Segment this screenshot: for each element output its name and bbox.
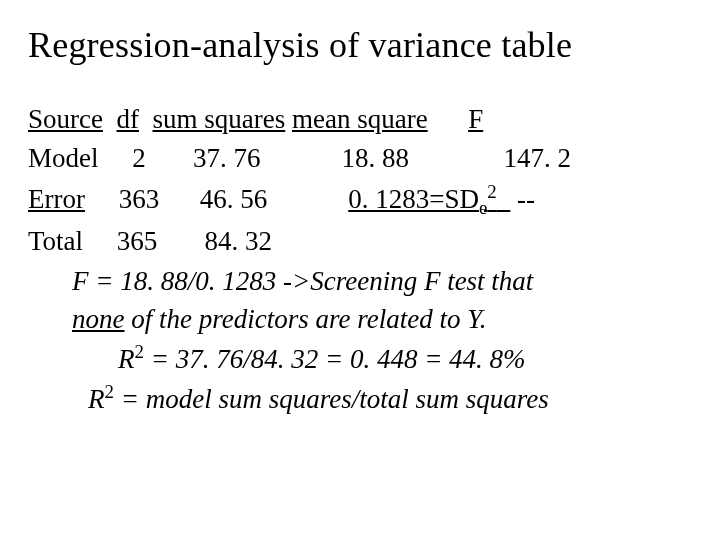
cell-f: 147. 2 [504,143,572,173]
explain-line-1: F = 18. 88/0. 1283 ->Screening F test th… [28,263,692,301]
table-row-total: Total 365 84. 32 [28,222,692,261]
table-row-error: Error 363 46. 56 0. 1283=SDe2 -- [28,178,692,222]
col-f: F [468,104,483,134]
cell-label: Total [28,226,83,256]
cell-ms: 18. 88 [342,143,410,173]
col-source: Source [28,104,103,134]
col-ms: mean square [292,104,428,134]
cell-ss: 37. 76 [193,143,261,173]
slide-title: Regression-analysis of variance table [28,24,692,66]
cell-ss: 84. 32 [205,226,273,256]
anova-table: Source df sum squares mean square F Mode… [28,100,692,261]
table-row-model: Model 2 37. 76 18. 88 147. 2 [28,139,692,178]
col-df: df [116,104,139,134]
table-header-row: Source df sum squares mean square F [28,100,692,139]
cell-df: 2 [132,143,146,173]
explain-line-4: R2 = model sum squares/total sum squares [28,379,692,419]
cell-f: -- [517,184,535,214]
cell-ss: 46. 56 [200,184,268,214]
cell-label: Error [28,184,85,214]
explain-line-3: R2 = 37. 76/84. 32 = 0. 448 = 44. 8% [28,339,692,379]
col-ss: sum squares [152,104,285,134]
explain-line-2: none of the predictors are related to Y. [28,301,692,339]
cell-ms: 0. 1283=SDe2 [348,184,510,214]
cell-df: 365 [117,226,158,256]
cell-label: Model [28,143,99,173]
explanation-block: F = 18. 88/0. 1283 ->Screening F test th… [28,263,692,418]
cell-df: 363 [119,184,160,214]
